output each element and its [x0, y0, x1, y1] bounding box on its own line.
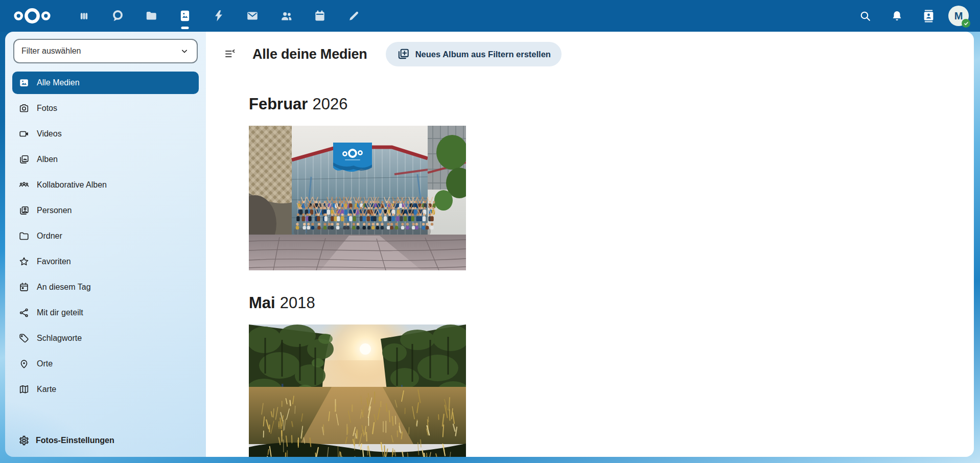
online-status-badge [962, 19, 970, 28]
mail-icon [246, 9, 259, 22]
albums-icon [18, 154, 30, 165]
sidebar-item-alle-medien[interactable]: Alle Medien [12, 72, 199, 94]
active-app-indicator [181, 27, 189, 29]
main-header: Alle deine Medien Neues Album aus Filter… [219, 42, 974, 66]
filter-select-value: Filter auswählen [21, 47, 81, 56]
folder-icon [145, 9, 158, 22]
sidebar-item-label: Videos [37, 129, 62, 138]
sidebar-item-label: Alle Medien [37, 78, 80, 87]
photo-vineyard-sunset[interactable] [249, 325, 466, 457]
people-group-icon [18, 179, 30, 191]
app-files-button[interactable] [138, 0, 165, 32]
app-activity-button[interactable] [205, 0, 232, 32]
app-grid-icon [78, 10, 90, 22]
photos-settings-button[interactable]: Fotos-Einstellungen [12, 429, 199, 452]
app-navigation [71, 0, 367, 32]
contacts-card-icon [922, 10, 935, 22]
timeline: Februar2026 [249, 95, 974, 457]
sidebar-item-label: An diesem Tag [37, 283, 91, 292]
sidebar-item-kollaborative-alben[interactable]: Kollaborative Alben [12, 174, 199, 196]
create-album-label: Neues Album aus Filtern erstellen [415, 50, 551, 59]
pencil-icon [347, 10, 360, 22]
star-icon [18, 256, 30, 267]
collapse-sidebar-button[interactable] [219, 43, 241, 65]
share-icon [18, 307, 30, 318]
section-heading: Mai2018 [249, 294, 974, 312]
create-album-from-filters-button[interactable]: Neues Album aus Filtern erstellen [386, 42, 562, 66]
folder-icon [18, 230, 30, 242]
header-right-actions: M [853, 4, 969, 28]
sidebar-item-an-diesem-tag[interactable]: An diesem Tag [12, 276, 199, 298]
contacts-menu-button[interactable] [917, 4, 940, 28]
map-marker-icon [18, 358, 30, 369]
image-icon [18, 77, 30, 88]
app-dashboard-button[interactable] [71, 0, 97, 32]
app-calendar-button[interactable] [307, 0, 333, 32]
bell-icon [891, 10, 903, 22]
app-mail-button[interactable] [239, 0, 266, 32]
app-photos-button[interactable] [172, 0, 198, 32]
camera-icon [18, 103, 30, 114]
sidebar-item-label: Ordner [37, 231, 62, 241]
section-year: 2026 [312, 95, 347, 113]
section-heading: Februar2026 [249, 95, 974, 113]
main-area: Alle deine Medien Neues Album aus Filter… [206, 32, 974, 457]
person-badge-icon [18, 205, 30, 216]
app-talk-button[interactable] [104, 0, 131, 32]
sidebar-nav: Alle Medien Fotos Videos [12, 72, 199, 401]
timeline-section: Mai2018 [249, 294, 974, 457]
photos-sidebar: Filter auswählen Alle Medien Fotos [5, 32, 206, 457]
sidebar-item-label: Kollaborative Alben [37, 180, 107, 190]
sidebar-item-alben[interactable]: Alben [12, 148, 199, 171]
sidebar-item-label: Orte [37, 359, 53, 368]
page-title: Alle deine Medien [252, 47, 367, 62]
sidebar-item-orte[interactable]: Orte [12, 353, 199, 375]
sidebar-item-label: Karte [37, 385, 56, 394]
sidebar-item-label: Favoriten [37, 257, 71, 266]
search-icon [859, 10, 872, 22]
album-plus-icon [396, 48, 410, 61]
video-camera-icon [18, 128, 30, 140]
chevron-down-icon [179, 46, 190, 56]
section-year: 2018 [280, 294, 315, 312]
sidebar-item-favoriten[interactable]: Favoriten [12, 250, 199, 273]
nextcloud-logo-icon [12, 6, 52, 26]
notifications-button[interactable] [885, 4, 908, 28]
sidebar-item-schlagworte[interactable]: Schlagworte [12, 327, 199, 350]
sidebar-item-mit-dir-geteilt[interactable]: Mit dir geteilt [12, 302, 199, 324]
timeline-section: Februar2026 [249, 95, 974, 270]
top-header: M [0, 0, 980, 32]
sidebar-item-label: Personen [37, 206, 72, 215]
lightning-icon [212, 9, 225, 22]
sidebar-item-fotos[interactable]: Fotos [12, 97, 199, 120]
settings-label: Fotos-Einstellungen [36, 436, 114, 445]
talk-bubble-icon [111, 9, 124, 22]
avatar[interactable]: M [948, 6, 969, 26]
sidebar-item-videos[interactable]: Videos [12, 123, 199, 145]
app-content: Filter auswählen Alle Medien Fotos [5, 32, 974, 457]
tag-icon [18, 333, 30, 344]
calendar-day-icon [18, 282, 30, 293]
calendar-icon [313, 9, 326, 22]
search-button[interactable] [853, 4, 877, 28]
menu-collapse-icon [224, 48, 236, 60]
sidebar-item-label: Mit dir geteilt [37, 308, 83, 317]
filter-select[interactable]: Filter auswählen [13, 39, 198, 63]
sidebar-item-ordner[interactable]: Ordner [12, 225, 199, 247]
sidebar-item-personen[interactable]: Personen [12, 199, 199, 222]
app-notes-button[interactable] [340, 0, 367, 32]
nextcloud-logo[interactable] [11, 5, 53, 27]
check-icon [964, 21, 969, 26]
gear-icon [18, 435, 30, 446]
map-icon [18, 384, 30, 395]
app-contacts-button[interactable] [273, 0, 299, 32]
photo-nextcloud-conference-group[interactable] [249, 126, 466, 270]
section-month: Februar [249, 95, 308, 113]
sidebar-item-karte[interactable]: Karte [12, 378, 199, 401]
sidebar-item-label: Alben [37, 155, 58, 164]
people-icon [279, 9, 293, 23]
avatar-initial: M [954, 10, 963, 22]
sidebar-item-label: Schlagworte [37, 334, 82, 343]
photos-icon [178, 9, 192, 22]
sidebar-item-label: Fotos [37, 104, 57, 113]
